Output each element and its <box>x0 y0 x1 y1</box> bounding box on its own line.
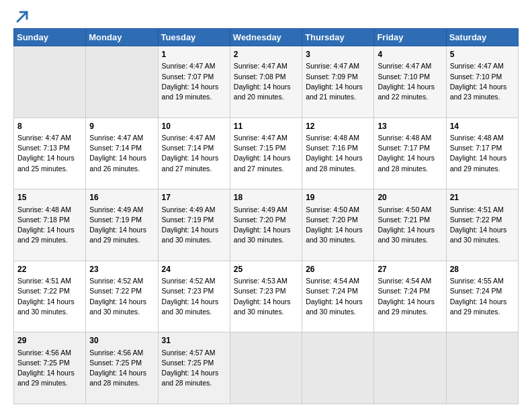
day-number: 17 <box>162 192 226 203</box>
day-number: 23 <box>89 264 154 275</box>
calendar-header-thursday: Thursday <box>302 29 374 46</box>
calendar-day-22: 22Sunrise: 4:51 AMSunset: 7:22 PMDayligh… <box>14 261 86 332</box>
day-number: 26 <box>306 264 370 275</box>
calendar-day-18: 18Sunrise: 4:49 AMSunset: 7:20 PMDayligh… <box>230 189 302 261</box>
calendar-header-tuesday: Tuesday <box>158 29 230 46</box>
calendar-day-27: 27Sunrise: 4:54 AMSunset: 7:24 PMDayligh… <box>374 261 446 332</box>
day-number: 16 <box>89 192 154 203</box>
calendar-day-26: 26Sunrise: 4:54 AMSunset: 7:24 PMDayligh… <box>302 261 374 332</box>
empty-cell <box>446 332 518 404</box>
day-number: 25 <box>234 264 298 275</box>
calendar-day-2: 2Sunrise: 4:47 AMSunset: 7:08 PMDaylight… <box>230 46 302 118</box>
empty-cell <box>230 332 302 404</box>
day-number: 15 <box>17 192 82 203</box>
calendar-week-3: 15Sunrise: 4:48 AMSunset: 7:18 PMDayligh… <box>14 189 519 261</box>
day-number: 20 <box>378 192 442 203</box>
calendar-header-friday: Friday <box>374 29 446 46</box>
calendar-day-8: 8Sunrise: 4:47 AMSunset: 7:13 PMDaylight… <box>14 118 86 189</box>
day-number: 3 <box>306 49 370 60</box>
day-number: 9 <box>89 121 154 132</box>
calendar-header-sunday: Sunday <box>14 29 86 46</box>
logo <box>13 11 30 24</box>
calendar-day-24: 24Sunrise: 4:52 AMSunset: 7:23 PMDayligh… <box>158 261 230 332</box>
day-number: 14 <box>450 121 515 132</box>
day-number: 28 <box>450 264 515 275</box>
day-number: 8 <box>17 121 82 132</box>
day-number: 21 <box>450 192 515 203</box>
day-number: 22 <box>17 264 82 275</box>
day-number: 11 <box>234 121 298 132</box>
calendar-day-14: 14Sunrise: 4:48 AMSunset: 7:17 PMDayligh… <box>446 118 518 189</box>
day-number: 19 <box>306 192 370 203</box>
calendar-day-12: 12Sunrise: 4:48 AMSunset: 7:16 PMDayligh… <box>302 118 374 189</box>
calendar-header-row: SundayMondayTuesdayWednesdayThursdayFrid… <box>14 29 519 46</box>
calendar-day-19: 19Sunrise: 4:50 AMSunset: 7:20 PMDayligh… <box>302 189 374 261</box>
calendar-day-29: 29Sunrise: 4:56 AMSunset: 7:25 PMDayligh… <box>14 332 86 404</box>
day-number: 27 <box>378 264 442 275</box>
calendar-header-wednesday: Wednesday <box>230 29 302 46</box>
calendar-day-5: 5Sunrise: 4:47 AMSunset: 7:10 PMDaylight… <box>446 46 518 118</box>
calendar-day-11: 11Sunrise: 4:47 AMSunset: 7:15 PMDayligh… <box>230 118 302 189</box>
calendar-header-monday: Monday <box>86 29 158 46</box>
calendar-day-10: 10Sunrise: 4:47 AMSunset: 7:14 PMDayligh… <box>158 118 230 189</box>
logo-icon <box>15 9 30 24</box>
calendar-day-21: 21Sunrise: 4:51 AMSunset: 7:22 PMDayligh… <box>446 189 518 261</box>
calendar-day-13: 13Sunrise: 4:48 AMSunset: 7:17 PMDayligh… <box>374 118 446 189</box>
day-number: 10 <box>162 121 226 132</box>
empty-cell <box>14 46 86 118</box>
empty-cell <box>86 46 158 118</box>
calendar-day-25: 25Sunrise: 4:53 AMSunset: 7:23 PMDayligh… <box>230 261 302 332</box>
calendar-header-saturday: Saturday <box>446 29 518 46</box>
calendar-day-3: 3Sunrise: 4:47 AMSunset: 7:09 PMDaylight… <box>302 46 374 118</box>
day-number: 13 <box>378 121 442 132</box>
day-number: 12 <box>306 121 370 132</box>
calendar-week-2: 8Sunrise: 4:47 AMSunset: 7:13 PMDaylight… <box>14 118 519 189</box>
empty-cell <box>374 332 446 404</box>
calendar-day-31: 31Sunrise: 4:57 AMSunset: 7:25 PMDayligh… <box>158 332 230 404</box>
day-number: 24 <box>162 264 226 275</box>
header <box>13 11 519 24</box>
calendar-day-9: 9Sunrise: 4:47 AMSunset: 7:14 PMDaylight… <box>86 118 158 189</box>
day-number: 2 <box>234 49 298 60</box>
calendar-week-5: 29Sunrise: 4:56 AMSunset: 7:25 PMDayligh… <box>14 332 519 404</box>
calendar-week-1: 1Sunrise: 4:47 AMSunset: 7:07 PMDaylight… <box>14 46 519 118</box>
day-number: 30 <box>89 335 154 347</box>
day-number: 18 <box>234 192 298 203</box>
calendar-day-1: 1Sunrise: 4:47 AMSunset: 7:07 PMDaylight… <box>158 46 230 118</box>
day-number: 29 <box>17 335 82 347</box>
calendar-day-23: 23Sunrise: 4:52 AMSunset: 7:22 PMDayligh… <box>86 261 158 332</box>
day-number: 4 <box>378 49 442 60</box>
day-number: 31 <box>162 335 226 347</box>
calendar-day-4: 4Sunrise: 4:47 AMSunset: 7:10 PMDaylight… <box>374 46 446 118</box>
day-number: 5 <box>450 49 515 60</box>
calendar-day-17: 17Sunrise: 4:49 AMSunset: 7:19 PMDayligh… <box>158 189 230 261</box>
calendar-day-16: 16Sunrise: 4:49 AMSunset: 7:19 PMDayligh… <box>86 189 158 261</box>
calendar-day-15: 15Sunrise: 4:48 AMSunset: 7:18 PMDayligh… <box>14 189 86 261</box>
calendar-day-28: 28Sunrise: 4:55 AMSunset: 7:24 PMDayligh… <box>446 261 518 332</box>
calendar-day-30: 30Sunrise: 4:56 AMSunset: 7:25 PMDayligh… <box>86 332 158 404</box>
page: SundayMondayTuesdayWednesdayThursdayFrid… <box>0 0 532 411</box>
day-number: 1 <box>162 49 226 60</box>
empty-cell <box>302 332 374 404</box>
calendar-week-4: 22Sunrise: 4:51 AMSunset: 7:22 PMDayligh… <box>14 261 519 332</box>
calendar-table: SundayMondayTuesdayWednesdayThursdayFrid… <box>13 28 519 404</box>
calendar-day-20: 20Sunrise: 4:50 AMSunset: 7:21 PMDayligh… <box>374 189 446 261</box>
